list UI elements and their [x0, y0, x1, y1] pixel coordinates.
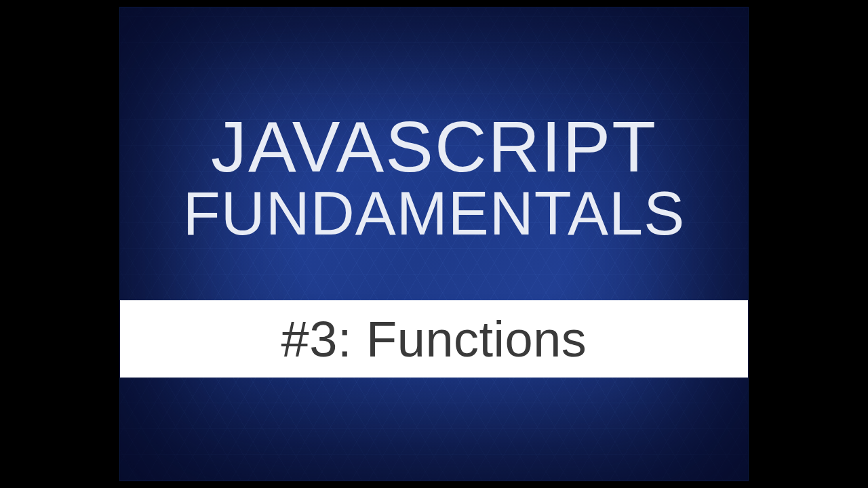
- title-line-2: FUNDAMENTALS: [120, 180, 748, 247]
- subtitle-bar: #3: Functions: [120, 300, 748, 378]
- title-line-1: JAVASCRIPT: [120, 109, 748, 184]
- title-block: JAVASCRIPT FUNDAMENTALS: [120, 109, 748, 247]
- title-slide: JAVASCRIPT FUNDAMENTALS #3: Functions: [119, 7, 749, 481]
- subtitle-text: #3: Functions: [281, 310, 587, 368]
